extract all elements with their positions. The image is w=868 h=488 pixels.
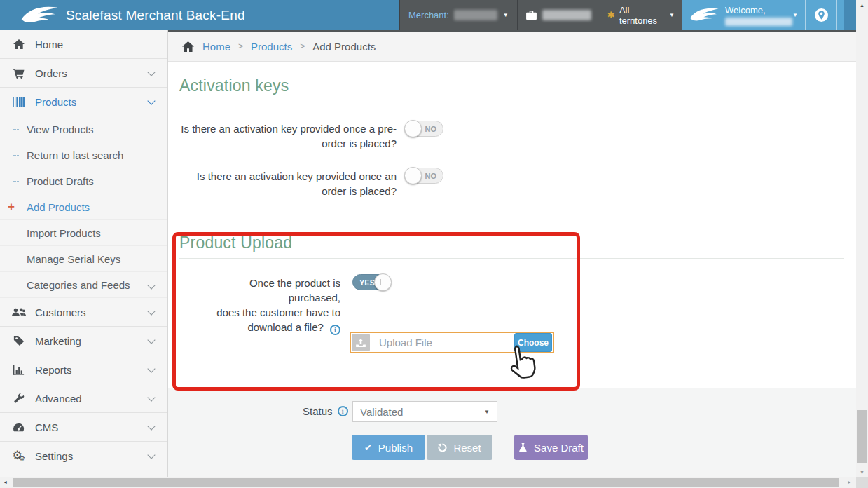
sidebar-item-label: Product Drafts (27, 175, 94, 187)
globe-pin-icon (814, 8, 829, 22)
vertical-scrollbar[interactable]: ▲ ▼ (856, 0, 868, 488)
chevron-down-icon (147, 281, 155, 289)
sidebar-item-product-drafts[interactable]: Product Drafts (0, 168, 167, 194)
vertical-scrollbar-thumb[interactable] (857, 410, 867, 463)
welcome-label: Welcome, (725, 5, 792, 15)
section-title-product-upload: Product Upload (179, 233, 292, 252)
sidebar-item-marketing[interactable]: Marketing (0, 327, 167, 355)
header-filler (837, 0, 844, 30)
customers-icon (9, 307, 28, 318)
sidebar-item-categories-and-feeds[interactable]: Categories and Feeds (0, 272, 167, 298)
form-footer (168, 388, 856, 479)
merchant-label: Merchant: (408, 10, 449, 20)
user-name-redacted (725, 18, 792, 26)
sidebar-item-reports[interactable]: Reports (0, 355, 167, 384)
info-icon[interactable]: i (330, 325, 340, 335)
sidebar-item-label: Products (35, 96, 76, 108)
gears-icon: ⚙⚙ (9, 449, 28, 462)
chevron-down-icon (147, 68, 155, 76)
scalefast-wing-icon (689, 6, 719, 24)
breadcrumb-products-link[interactable]: Products (251, 41, 292, 53)
toggle-state-label: NO (425, 172, 437, 180)
breadcrumb: Home > Products > Add Products (168, 30, 856, 62)
main-content: Home > Products > Add Products Activatio… (168, 30, 856, 479)
toggle-knob (404, 167, 422, 184)
sidebar-item-label: Categories and Feeds (27, 279, 130, 291)
sidebar-item-label: Orders (35, 67, 67, 79)
merchant-selector[interactable]: Merchant: ▼ (399, 0, 517, 30)
sidebar-item-label: Add Products (27, 201, 90, 213)
sidebar-item-orders[interactable]: Orders (0, 59, 167, 88)
territories-selector[interactable]: ✱ All territories ▼ (600, 0, 682, 30)
status-selected-value: Validated (360, 406, 403, 418)
breadcrumb-current: Add Products (312, 41, 376, 53)
flask-icon (518, 442, 528, 453)
sidebar-item-label: Advanced (35, 393, 82, 405)
info-icon[interactable]: i (338, 406, 348, 416)
horizontal-scrollbar-thumb[interactable] (13, 478, 839, 487)
save-draft-button[interactable]: Save Draft (514, 435, 588, 460)
toggle-state-label: NO (425, 125, 437, 133)
breadcrumb-separator: > (238, 41, 243, 51)
status-select[interactable]: Validated ▼ (352, 401, 497, 422)
sidebar-item-home[interactable]: Home (0, 30, 167, 59)
header-controls: Merchant: ▼ ✱ All territories ▼ Welcome, (399, 0, 844, 30)
section-divider (179, 258, 844, 259)
user-menu[interactable]: Welcome, ▼ (682, 0, 805, 30)
sidebar-item-label: Manage Serial Keys (27, 253, 120, 265)
sidebar-item-import-products[interactable]: Import Products (0, 220, 167, 246)
sidebar-item-settings[interactable]: ⚙⚙ Settings (0, 442, 167, 470)
upload-file-input[interactable] (378, 336, 514, 349)
check-icon: ✔ (364, 443, 372, 452)
chevron-down-icon (147, 336, 155, 344)
sidebar-item-manage-serial-keys[interactable]: Manage Serial Keys (0, 246, 167, 272)
home-icon (9, 39, 28, 50)
sidebar-item-view-products[interactable]: View Products (0, 116, 167, 142)
chevron-down-icon (147, 451, 155, 459)
sidebar-nav: Home Orders Products View Products Retur… (0, 30, 168, 479)
sidebar-item-label: Settings (35, 450, 73, 462)
chevron-down-icon (147, 422, 155, 430)
scroll-right-arrow-icon[interactable]: ► (847, 480, 852, 484)
sidebar-item-cms[interactable]: CMS (0, 413, 167, 442)
status-field-label: Status i (303, 405, 348, 417)
language-globe-button[interactable] (805, 0, 837, 30)
select-caret-icon: ▼ (484, 409, 490, 415)
chevron-down-icon (147, 307, 155, 315)
toggle-knob (404, 120, 422, 137)
scroll-up-arrow-icon[interactable]: ▲ (856, 3, 868, 8)
toggle-download-file[interactable]: YES (352, 274, 391, 290)
sidebar-item-return-to-last-search[interactable]: Return to last search (0, 142, 167, 168)
scroll-down-arrow-icon[interactable]: ▼ (856, 470, 868, 475)
merchant-name-redacted (454, 10, 497, 20)
sidebar-item-label: Home (35, 39, 63, 50)
chevron-down-icon (147, 97, 155, 104)
cart-icon (9, 68, 28, 79)
app-header: Scalefast Merchant Back-End Merchant: ▼ … (0, 0, 856, 30)
toggle-order-activation-key[interactable]: NO (405, 168, 443, 184)
question-preorder-activation-key: Is there an activation key provided once… (179, 121, 397, 151)
toggle-preorder-activation-key[interactable]: NO (405, 121, 443, 137)
chevron-down-icon (147, 365, 155, 372)
sidebar-item-products[interactable]: Products (0, 88, 167, 116)
scalefast-logo-icon (20, 4, 59, 27)
sidebar-item-label: Customers (35, 306, 86, 318)
scroll-left-arrow-icon[interactable]: ◄ (3, 480, 8, 484)
sidebar-item-customers[interactable]: Customers (0, 298, 167, 327)
breadcrumb-home-link[interactable]: Home (202, 41, 230, 53)
publish-button[interactable]: ✔ Publish (352, 435, 425, 460)
territories-star-icon: ✱ (607, 10, 615, 20)
sidebar-item-advanced[interactable]: Advanced (0, 384, 167, 413)
horizontal-scrollbar[interactable]: ◄ ► (0, 477, 856, 488)
reset-arrow-icon (438, 443, 447, 452)
caret-down-icon: ▼ (792, 13, 798, 18)
bar-chart-icon (9, 365, 28, 375)
store-selector[interactable] (517, 0, 600, 30)
home-icon (181, 41, 195, 53)
sidebar-item-add-products[interactable]: + Add Products (0, 194, 167, 220)
plus-icon: + (8, 200, 15, 214)
upload-file-field[interactable]: Choose (350, 332, 554, 353)
choose-file-button[interactable]: Choose (514, 333, 552, 352)
question-order-activation-key: Is there an activation key provided once… (179, 169, 397, 198)
reset-button[interactable]: Reset (427, 435, 492, 460)
